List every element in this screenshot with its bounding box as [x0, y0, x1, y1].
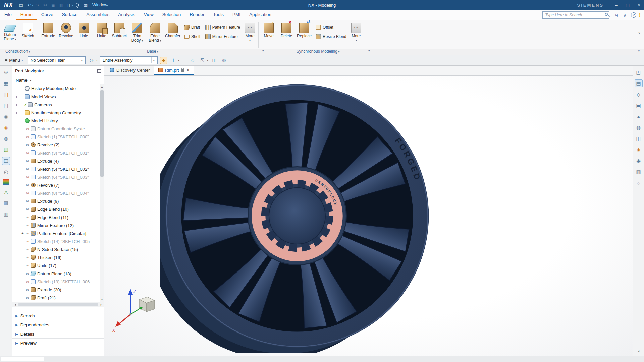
revolve-button[interactable]: Revolve — [57, 21, 75, 48]
y-axis[interactable] — [130, 308, 141, 314]
section-view-icon[interactable]: ◫ — [635, 135, 643, 143]
visibility-glasses-icon[interactable] — [25, 191, 30, 195]
sketch-button[interactable]: Sketch — [19, 21, 37, 48]
scroll-left-icon[interactable]: ◂ — [12, 303, 18, 306]
tree-item[interactable]: Sketch (5) "SKETCH_002" — [12, 165, 100, 173]
tree-item[interactable]: Edge Blend (10) — [12, 205, 100, 213]
tree-item[interactable]: Sketch (3) "SKETCH_001" — [12, 149, 100, 157]
subtract-button[interactable]: Subtract — [111, 21, 128, 48]
section-expand-arrow-icon[interactable]: ▶ — [15, 314, 18, 318]
menu-tab[interactable]: Selection — [158, 10, 185, 20]
tree-vertical-scrollbar[interactable]: ▲ ▼ — [100, 84, 104, 302]
tree-item[interactable]: Draft (21) — [12, 294, 100, 302]
selection-scope-dropdown[interactable]: Entire Assembly — [100, 56, 158, 64]
tree-expander[interactable]: + — [14, 111, 19, 115]
tree-horizontal-scrollbar[interactable]: ◂ ▸ — [12, 302, 104, 307]
menu-tab[interactable]: Render — [185, 10, 209, 20]
tree-expander[interactable]: + — [14, 103, 19, 107]
tree-item[interactable]: Mirror Feature (12) — [12, 221, 100, 229]
move-face-button[interactable]: Move — [260, 21, 277, 48]
menu-tab[interactable]: Analysis — [114, 10, 139, 20]
tree-item[interactable]: Sketch (8) "SKETCH_004" — [12, 189, 100, 197]
trim-body-button[interactable]: Trim Body — [128, 21, 146, 48]
scroll-right-icon[interactable]: ▸ — [99, 303, 104, 306]
ribbon-options-chevron-icon[interactable]: ∨ — [638, 31, 641, 35]
shell-button[interactable]: Shell — [183, 33, 202, 40]
group-label-synchronous-modeling[interactable]: Synchronous Modeling — [288, 49, 348, 54]
edge-blend-button[interactable]: Edge Blend — [146, 21, 164, 48]
section-expand-arrow-icon[interactable]: ▶ — [15, 332, 18, 336]
visibility-glasses-icon[interactable] — [25, 134, 30, 139]
visibility-glasses-icon[interactable] — [25, 287, 30, 292]
tree-item[interactable]: − Model History — [12, 117, 100, 125]
part-navigator-icon[interactable]: ▤ — [2, 157, 10, 165]
menu-tab[interactable]: View — [140, 10, 158, 20]
menu-tab[interactable]: Home — [16, 10, 37, 20]
visibility-glasses-icon[interactable] — [25, 167, 30, 171]
sync-more-button[interactable]: More — [349, 21, 363, 48]
visibility-glasses-icon[interactable] — [25, 295, 30, 300]
sync-dialog-launcher-icon[interactable]: ▾ — [368, 49, 370, 52]
ribbon-collapse-icon[interactable]: ∨ — [638, 49, 640, 52]
close-button[interactable]: × — [634, 1, 644, 9]
process-studio-icon[interactable]: ◬ — [2, 188, 10, 196]
fit-view-icon[interactable]: ▣ — [635, 102, 643, 110]
visibility-glasses-icon[interactable] — [25, 279, 30, 284]
window-menu[interactable]: Window▾ — [92, 3, 108, 7]
offset-region-button[interactable]: Offset — [314, 24, 348, 31]
constraint-navigator-icon[interactable]: ◫ — [2, 90, 10, 99]
history-palette-icon[interactable]: ◴ — [2, 168, 10, 176]
section-expand-arrow-icon[interactable]: ▶ — [15, 341, 18, 345]
tree-item[interactable]: Thicken (16) — [12, 253, 100, 261]
expand-window-icon[interactable]: ◳ — [612, 13, 619, 18]
viewport-3d[interactable]: CENTERLOCK FORGED — [104, 76, 633, 356]
tree-item[interactable]: Sketch (14) "SKETCH_005 — [12, 237, 100, 245]
selection-options-caret-icon[interactable]: ▾ — [96, 59, 98, 62]
visibility-glasses-icon[interactable] — [25, 223, 30, 228]
x-axis[interactable] — [119, 314, 130, 324]
tree-item[interactable]: + Model Views — [12, 93, 100, 101]
work-plane-icon[interactable]: ◇ — [189, 57, 196, 64]
wheel-rim-model[interactable]: CENTERLOCK FORGED — [160, 78, 435, 353]
menu-tab[interactable]: File — [0, 10, 16, 20]
visibility-glasses-icon[interactable] — [25, 126, 30, 131]
full-screen-icon[interactable]: ◳ — [635, 68, 643, 76]
visibility-glasses-icon[interactable] — [25, 215, 30, 220]
close-tab-icon[interactable]: × — [187, 67, 190, 73]
tree-expander[interactable]: + — [14, 95, 19, 99]
menu-tab[interactable]: Application — [245, 10, 276, 20]
replace-face-button[interactable]: Replace — [296, 21, 313, 48]
mirror-feature-button[interactable]: Mirror Feature — [204, 33, 241, 40]
menu-tab[interactable]: Curve — [37, 10, 58, 20]
snapshot-icon[interactable]: ◉ — [635, 157, 643, 165]
snap-point-caret-icon[interactable]: ▾ — [178, 59, 179, 62]
delete-face-button[interactable]: Delete — [278, 21, 295, 48]
window-grid-icon[interactable]: ▦ — [82, 1, 90, 9]
visibility-glasses-icon[interactable] — [25, 183, 30, 187]
cut-icon[interactable]: ✂ — [41, 1, 49, 9]
menu-tab[interactable]: Tools — [209, 10, 228, 20]
extrude-button[interactable]: Extrude — [40, 21, 57, 48]
navigator-section-header[interactable]: ▶ Dependencies — [12, 320, 104, 329]
manufacturing-wizard-icon[interactable]: ▨ — [2, 199, 10, 207]
reuse-library-icon[interactable]: ◉ — [2, 113, 10, 121]
move-component-caret-icon[interactable]: ▾ — [207, 59, 208, 62]
search-input[interactable] — [542, 11, 609, 19]
hole-button[interactable]: Hole — [75, 21, 93, 48]
base-more-button[interactable]: More — [243, 21, 257, 48]
section-expand-arrow-icon[interactable]: ▶ — [15, 323, 18, 327]
knowledge-fusion-icon[interactable]: ▧ — [2, 146, 10, 154]
alert-icon[interactable]: ! — [639, 12, 641, 18]
tree-item[interactable]: + Non-timestamp Geometry — [12, 109, 100, 117]
scroll-down-icon[interactable]: ▼ — [101, 297, 103, 302]
menu-tab[interactable]: PMI — [228, 10, 245, 20]
datum-plane-button[interactable]: Datum Plane — [1, 21, 19, 48]
tree-item[interactable]: N-Sided Surface (15) — [12, 245, 100, 253]
tree-item[interactable]: Sketch (6) "SKETCH_003" — [12, 173, 100, 181]
assembly-navigator-icon[interactable]: ▦ — [2, 79, 10, 87]
tree-item[interactable]: Edge Blend (11) — [12, 213, 100, 221]
tab-discovery-center[interactable]: Discovery Center — [106, 66, 154, 75]
view-triad[interactable]: Z X — [110, 284, 160, 336]
window-panel-icon[interactable]: ◰ — [2, 102, 10, 110]
scrollbar-thumb[interactable] — [18, 303, 98, 306]
